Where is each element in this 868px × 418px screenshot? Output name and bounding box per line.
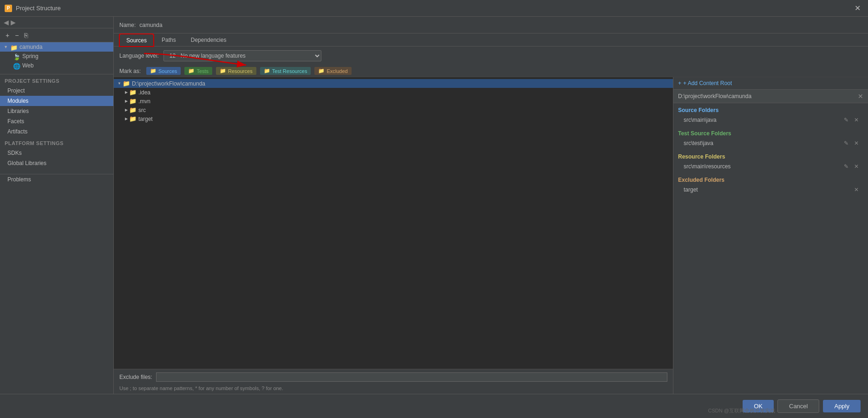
mark-test-resources-badge[interactable]: 📁 Test Resources: [260, 67, 311, 75]
tests-folder-icon: 📁: [188, 68, 195, 74]
root-path-row: D:\project\workFlow\camunda ✕: [673, 90, 868, 103]
remove-source-folder-button[interactable]: ✕: [852, 116, 861, 124]
details-header-row: + + Add Content Root: [673, 77, 868, 90]
exclude-files-input[interactable]: [156, 372, 667, 382]
resource-folders-section: Resource Folders src\main\resources ✎ ✕: [673, 150, 868, 173]
web-label: Web: [22, 62, 33, 69]
tests-badge-label: Tests: [196, 68, 209, 74]
sidebar-item-facets[interactable]: Facets: [0, 116, 113, 126]
sidebar-item-sdks[interactable]: SDKs: [0, 148, 113, 158]
edit-resource-folder-button[interactable]: ✎: [842, 163, 850, 170]
excluded-folder-path-row: target ✕: [678, 185, 863, 194]
file-tree-mvn[interactable]: ▶ 📁 .mvn: [114, 97, 673, 106]
module-tree-root[interactable]: ▼ 📁 camunda: [0, 42, 113, 52]
exclude-files-hint: Use ; to separate name patterns, * for a…: [114, 385, 673, 394]
ok-button[interactable]: OK: [743, 400, 774, 412]
mark-resources-badge[interactable]: 📁 Resources: [216, 67, 256, 75]
forward-button[interactable]: ▶: [11, 19, 16, 26]
test-source-folder-path: src\test\java: [684, 140, 713, 146]
resource-folder-path-row: src\main\resources ✎ ✕: [678, 162, 863, 171]
sidebar-item-modules[interactable]: Modules: [0, 96, 113, 106]
cancel-button[interactable]: Cancel: [777, 399, 819, 413]
file-tree-idea[interactable]: ▶ 📁 .idea: [114, 88, 673, 97]
tab-sources[interactable]: Sources: [119, 34, 154, 46]
module-tree-web[interactable]: 🌐 Web: [0, 61, 113, 70]
source-folder-path-row: src\main\java ✎ ✕: [678, 115, 863, 125]
remove-test-source-folder-button[interactable]: ✕: [852, 139, 861, 147]
mark-as-row: Mark as: 📁 Sources 📁 Tests 📁 Resources 📁…: [114, 65, 868, 77]
excluded-folders-section: Excluded Folders target ✕: [673, 173, 868, 196]
mark-as-label: Mark as:: [119, 68, 141, 74]
sidebar-item-project[interactable]: Project: [0, 86, 113, 96]
source-folders-title: Source Folders: [678, 107, 863, 113]
sidebar-item-artifacts[interactable]: Artifacts: [0, 126, 113, 137]
module-tree-spring[interactable]: 🍃 Spring: [0, 52, 113, 61]
resource-folders-title: Resource Folders: [678, 153, 863, 160]
file-tree-src[interactable]: ▶ 📁 src: [114, 106, 673, 114]
excluded-folder-icon: 📁: [318, 68, 325, 74]
language-level-select[interactable]: 12 - No new language features: [163, 50, 321, 61]
platform-settings-section: Platform Settings SDKs Global Libraries: [0, 137, 113, 168]
mark-tests-badge[interactable]: 📁 Tests: [184, 67, 212, 75]
file-tree-target-label: target: [138, 116, 153, 122]
test-source-folders-section: Test Source Folders src\test\java ✎ ✕: [673, 126, 868, 150]
main-content: ◀ ▶ + − ⎘ ▼ 📁 camunda 🍃 Spring 🌐 Web: [0, 17, 868, 394]
resources-badge-label: Resources: [228, 68, 253, 74]
source-folder-actions: ✎ ✕: [842, 116, 861, 124]
title-bar: P Project Structure ✕: [0, 0, 868, 17]
file-tree-root[interactable]: ▼ 📁 D:\project\workFlow\camunda: [114, 79, 673, 88]
add-module-button[interactable]: +: [4, 31, 11, 40]
title-bar-text: Project Structure: [16, 5, 852, 12]
sidebar-item-global-libraries[interactable]: Global Libraries: [0, 158, 113, 168]
remove-module-button[interactable]: −: [13, 31, 20, 40]
resource-folder-actions: ✎ ✕: [842, 163, 861, 170]
mark-excluded-badge[interactable]: 📁 Excluded: [314, 67, 351, 75]
remove-excluded-folder-button[interactable]: ✕: [852, 186, 861, 193]
test-resources-badge-label: Test Resources: [272, 68, 307, 74]
add-content-root-label: + Add Content Root: [683, 80, 732, 86]
add-content-root-button[interactable]: + + Add Content Root: [678, 80, 732, 86]
remove-resource-folder-button[interactable]: ✕: [852, 163, 861, 170]
copy-module-button[interactable]: ⎘: [22, 31, 30, 40]
details-panel: + + Add Content Root D:\project\workFlow…: [673, 77, 868, 394]
file-tree-root-label: D:\project\workFlow\camunda: [132, 80, 205, 87]
module-root-label: camunda: [20, 44, 42, 50]
close-button[interactable]: ✕: [852, 3, 863, 13]
module-toolbar: + − ⎘: [0, 28, 113, 42]
language-level-row: Language level: 12 - No new language fea…: [114, 46, 868, 65]
nav-arrows: ◀ ▶: [0, 17, 113, 28]
right-panel: Name: camunda Sources Paths Dependencies…: [114, 17, 868, 394]
edit-test-source-folder-button[interactable]: ✎: [842, 139, 850, 147]
root-path-close-button[interactable]: ✕: [858, 93, 863, 100]
tab-bar: Sources Paths Dependencies: [114, 33, 868, 46]
plus-icon: +: [678, 80, 681, 86]
file-tree-idea-label: .idea: [138, 89, 150, 96]
module-name-row: Name: camunda: [114, 17, 868, 33]
exclude-files-label: Exclude files:: [119, 374, 152, 380]
mark-sources-badge[interactable]: 📁 Sources: [146, 67, 181, 75]
name-label: Name:: [119, 22, 136, 28]
left-panel: ◀ ▶ + − ⎘ ▼ 📁 camunda 🍃 Spring 🌐 Web: [0, 17, 114, 394]
file-tree-src-label: src: [138, 107, 146, 113]
content-area: ▼ 📁 D:\project\workFlow\camunda ▶ 📁 .ide…: [114, 77, 868, 394]
source-folder-path: src\main\java: [684, 117, 717, 123]
back-button[interactable]: ◀: [4, 19, 9, 26]
file-tree-target[interactable]: ▶ 📁 target: [114, 114, 673, 123]
resource-folder-path: src\main\resources: [684, 163, 731, 170]
tab-paths[interactable]: Paths: [155, 33, 183, 46]
platform-settings-header: Platform Settings: [0, 137, 113, 148]
exclude-files-row: Exclude files:: [114, 369, 673, 385]
edit-source-folder-button[interactable]: ✎: [842, 116, 850, 124]
sidebar-item-libraries[interactable]: Libraries: [0, 106, 113, 116]
tab-dependencies[interactable]: Dependencies: [184, 33, 234, 46]
project-structure-dialog: P Project Structure ✕ ◀ ▶ + − ⎘ ▼ 📁 camu…: [0, 0, 868, 418]
test-resources-folder-icon: 📁: [264, 68, 270, 74]
sidebar-item-problems[interactable]: Problems: [0, 174, 113, 185]
resources-folder-icon: 📁: [220, 68, 226, 74]
app-icon: P: [5, 5, 12, 12]
test-source-folder-actions: ✎ ✕: [842, 139, 861, 147]
file-tree: ▼ 📁 D:\project\workFlow\camunda ▶ 📁 .ide…: [114, 77, 673, 369]
apply-button[interactable]: Apply: [823, 400, 861, 412]
language-level-label: Language level:: [119, 53, 159, 59]
sources-folder-icon: 📁: [150, 68, 157, 74]
